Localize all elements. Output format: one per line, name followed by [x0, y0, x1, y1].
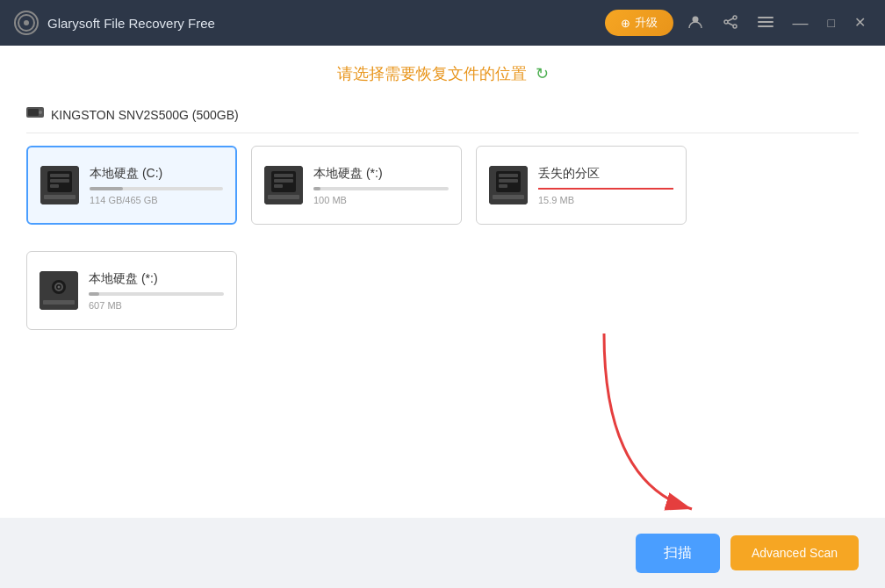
drive-icon-star1 — [264, 166, 303, 204]
svg-rect-17 — [50, 179, 69, 183]
svg-point-3 — [733, 16, 737, 19]
maximize-button[interactable]: □ — [823, 13, 840, 32]
upgrade-label: 升级 — [635, 15, 658, 31]
drive-icon-star2 — [40, 271, 78, 310]
close-button[interactable]: ✕ — [849, 12, 871, 33]
disk-section: KINGSTON SNV2S500G (500GB) 本地硬盘 — [26, 105, 859, 225]
partition-info-lost: 丢失的分区 15.9 MB — [538, 166, 673, 205]
partition-fill-star1 — [313, 187, 320, 190]
title-bar: Glarysoft File Recovery Free ⊕ 升级 — [0, 0, 885, 46]
partition-fill-c — [90, 187, 123, 190]
svg-rect-25 — [268, 195, 299, 199]
svg-rect-19 — [44, 195, 76, 199]
svg-rect-22 — [274, 174, 293, 177]
main-content: 请选择需要恢复文件的位置 ↻ KINGSTON SNV2S500G (500GB… — [0, 46, 885, 518]
partition-label-c: 本地硬盘 (C:) — [90, 166, 223, 182]
scan-button[interactable]: 扫描 — [636, 534, 720, 573]
svg-rect-24 — [274, 184, 283, 188]
partition-label-lost: 丢失的分区 — [538, 166, 673, 182]
advanced-scan-button[interactable]: Advanced Scan — [730, 535, 859, 570]
lost-partition-line — [538, 188, 673, 190]
svg-rect-31 — [493, 195, 524, 199]
partition-size-star2: 607 MB — [89, 300, 224, 311]
partition-card-star1[interactable]: 本地硬盘 (*:) 100 MB — [251, 146, 462, 225]
svg-rect-36 — [43, 300, 75, 305]
svg-rect-9 — [758, 21, 773, 23]
partition-info-star2: 本地硬盘 (*:) 607 MB — [89, 271, 224, 311]
svg-line-6 — [728, 18, 733, 21]
svg-rect-29 — [499, 179, 518, 183]
svg-rect-10 — [758, 25, 773, 27]
partition-card-star2[interactable]: 本地硬盘 (*:) 607 MB — [26, 251, 237, 330]
partition-label-star1: 本地硬盘 (*:) — [313, 166, 449, 182]
disk-name: KINGSTON SNV2S500G (500GB) — [51, 108, 239, 122]
partition-grid-1: 本地硬盘 (C:) 114 GB/465 GB — [26, 146, 859, 225]
refresh-icon[interactable]: ↻ — [536, 64, 549, 83]
title-bar-left: Glarysoft File Recovery Free — [14, 11, 605, 35]
svg-point-5 — [733, 25, 737, 28]
svg-point-1 — [24, 20, 29, 25]
partition-info-star1: 本地硬盘 (*:) 100 MB — [313, 166, 449, 205]
partition-bar-c — [90, 187, 223, 190]
svg-line-7 — [728, 23, 733, 25]
svg-rect-12 — [28, 109, 39, 116]
svg-rect-23 — [274, 179, 293, 183]
svg-rect-8 — [758, 17, 773, 18]
drive-icon-lost — [489, 166, 528, 204]
svg-rect-16 — [50, 174, 69, 177]
svg-point-35 — [58, 286, 61, 289]
upgrade-icon: ⊕ — [621, 17, 630, 30]
partition-grid-2: 本地硬盘 (*:) 607 MB — [26, 251, 859, 330]
disk-section-2: 本地硬盘 (*:) 607 MB — [26, 251, 859, 330]
partition-size-c: 114 GB/465 GB — [90, 195, 223, 205]
partition-card-c[interactable]: 本地硬盘 (C:) 114 GB/465 GB — [26, 146, 237, 225]
app-title: Glarysoft File Recovery Free — [47, 16, 215, 31]
partition-fill-star2 — [89, 292, 99, 296]
svg-rect-28 — [499, 174, 518, 177]
app-logo — [14, 11, 39, 35]
disk-header: KINGSTON SNV2S500G (500GB) — [26, 105, 859, 133]
partition-label-star2: 本地硬盘 (*:) — [89, 271, 224, 287]
menu-button[interactable] — [752, 11, 779, 36]
bottom-footer: 扫描 Advanced Scan — [0, 518, 885, 588]
partition-bar-star2 — [89, 292, 224, 296]
disk-icon — [26, 105, 44, 124]
partition-size-lost: 15.9 MB — [538, 195, 673, 205]
page-header: 请选择需要恢复文件的位置 ↻ — [26, 63, 859, 84]
partition-card-lost[interactable]: 丢失的分区 15.9 MB — [476, 146, 687, 225]
user-button[interactable] — [682, 11, 709, 36]
partition-info-c: 本地硬盘 (C:) 114 GB/465 GB — [90, 166, 223, 205]
drive-icon-c — [40, 166, 79, 204]
svg-point-13 — [39, 111, 42, 114]
partition-bar-star1 — [313, 187, 449, 190]
svg-point-4 — [724, 20, 728, 24]
svg-rect-30 — [499, 184, 507, 188]
minimize-button[interactable]: — — [788, 11, 814, 34]
title-bar-right: ⊕ 升级 — □ ✕ — [605, 10, 871, 36]
partition-size-star1: 100 MB — [313, 195, 449, 205]
upgrade-button[interactable]: ⊕ 升级 — [605, 10, 673, 36]
share-button[interactable] — [717, 11, 744, 36]
page-title: 请选择需要恢复文件的位置 — [337, 63, 527, 84]
svg-rect-18 — [50, 184, 59, 188]
